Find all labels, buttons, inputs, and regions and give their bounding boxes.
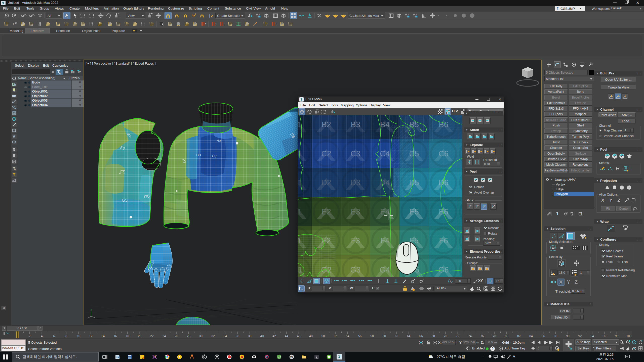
svg-text:54: 54 bbox=[346, 334, 349, 338]
svg-text:70: 70 bbox=[444, 334, 447, 338]
svg-text:24: 24 bbox=[163, 334, 166, 338]
svg-text:32: 32 bbox=[211, 334, 215, 338]
svg-text:50: 50 bbox=[321, 334, 325, 338]
svg-text:F5: F5 bbox=[120, 170, 125, 174]
svg-text:76: 76 bbox=[480, 334, 484, 338]
svg-text:44: 44 bbox=[285, 334, 288, 338]
svg-text:+: + bbox=[411, 281, 413, 284]
svg-text:56: 56 bbox=[358, 334, 362, 338]
svg-text:z: z bbox=[91, 309, 92, 311]
svg-text:42: 42 bbox=[272, 334, 276, 338]
svg-text:W: W bbox=[290, 355, 293, 359]
svg-text:36: 36 bbox=[236, 334, 239, 338]
svg-text:62: 62 bbox=[395, 334, 398, 338]
svg-text:78: 78 bbox=[493, 334, 496, 338]
svg-text:2: 2 bbox=[29, 334, 30, 338]
svg-text:86: 86 bbox=[542, 334, 545, 338]
svg-text:90: 90 bbox=[566, 334, 570, 338]
svg-text:88: 88 bbox=[554, 334, 557, 338]
svg-text:84: 84 bbox=[529, 334, 533, 338]
svg-text:58: 58 bbox=[370, 334, 374, 338]
svg-text:F3: F3 bbox=[351, 236, 360, 245]
svg-text:66: 66 bbox=[419, 334, 423, 338]
svg-text:4: 4 bbox=[41, 334, 43, 338]
svg-text:14: 14 bbox=[101, 334, 105, 338]
svg-text:48: 48 bbox=[309, 334, 313, 338]
svg-text:20: 20 bbox=[138, 334, 142, 338]
svg-text:72: 72 bbox=[456, 334, 460, 338]
svg-text:G3: G3 bbox=[350, 265, 360, 274]
svg-text:74: 74 bbox=[468, 334, 472, 338]
svg-text:64: 64 bbox=[407, 334, 411, 338]
svg-text:60: 60 bbox=[383, 334, 386, 338]
svg-text:G5: G5 bbox=[122, 198, 128, 203]
svg-text:28: 28 bbox=[187, 334, 190, 338]
svg-text:30: 30 bbox=[199, 334, 203, 338]
svg-text:96: 96 bbox=[603, 334, 606, 338]
svg-text:8: 8 bbox=[65, 334, 67, 338]
svg-text:B3: B3 bbox=[196, 153, 201, 157]
svg-text:16: 16 bbox=[113, 334, 117, 338]
svg-text:G4: G4 bbox=[380, 265, 390, 274]
svg-text:40: 40 bbox=[260, 334, 264, 338]
svg-text:E5: E5 bbox=[409, 207, 419, 216]
svg-text:82: 82 bbox=[517, 334, 521, 338]
svg-text:38: 38 bbox=[248, 334, 252, 338]
svg-text:80: 80 bbox=[505, 334, 508, 338]
svg-text:92: 92 bbox=[578, 334, 582, 338]
svg-text:F4: F4 bbox=[380, 236, 389, 245]
svg-text:100: 100 bbox=[626, 334, 631, 338]
svg-text:46: 46 bbox=[297, 334, 301, 338]
svg-text:10: 10 bbox=[77, 334, 80, 338]
svg-text:18: 18 bbox=[126, 334, 129, 338]
svg-text:12: 12 bbox=[89, 334, 93, 338]
svg-text:94: 94 bbox=[590, 334, 594, 338]
svg-text:68: 68 bbox=[431, 334, 435, 338]
svg-text:6: 6 bbox=[53, 334, 55, 338]
svg-text:52: 52 bbox=[334, 334, 337, 338]
svg-text:26: 26 bbox=[175, 334, 178, 338]
svg-text:34: 34 bbox=[224, 334, 227, 338]
svg-text:98: 98 bbox=[615, 334, 619, 338]
svg-text:22: 22 bbox=[150, 334, 154, 338]
